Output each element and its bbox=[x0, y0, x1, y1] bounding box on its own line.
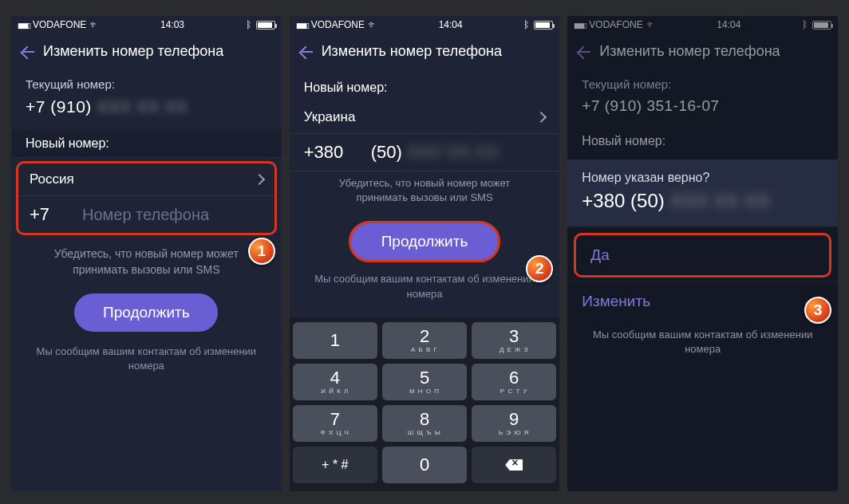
continue-button[interactable]: Продолжить bbox=[349, 221, 500, 262]
back-arrow-icon[interactable] bbox=[19, 44, 35, 60]
backspace-icon bbox=[505, 459, 523, 471]
hint-text: Убедитесь, что новый номер может принима… bbox=[11, 238, 282, 290]
country-name: Украина bbox=[304, 109, 356, 125]
carrier-label: VODAFONE bbox=[33, 19, 86, 30]
country-prefix: +380 bbox=[304, 142, 371, 163]
back-arrow-icon[interactable] bbox=[298, 44, 314, 60]
continue-button[interactable]: Продолжить bbox=[74, 293, 218, 332]
back-arrow-icon[interactable] bbox=[575, 44, 591, 60]
new-number-label: Новый номер: bbox=[11, 128, 282, 158]
country-selector[interactable]: Украина bbox=[290, 101, 560, 134]
confirm-yes-button[interactable]: Да bbox=[574, 233, 831, 278]
current-number-label: Текущий номер: bbox=[11, 73, 282, 96]
confirm-number: +380 (50) XXX XX XX bbox=[582, 190, 823, 212]
nav-header: Изменить номер телефона bbox=[567, 33, 838, 73]
nav-header: Изменить номер телефона bbox=[11, 33, 282, 73]
phone-entered: (50) XXX XX XX bbox=[371, 142, 499, 163]
confirm-question: Номер указан верно? bbox=[582, 171, 823, 185]
screen-2: VODAFONE ᯤ 14:04 Изменить номер телефона… bbox=[290, 16, 560, 491]
country-prefix: +7 bbox=[30, 204, 82, 225]
key-0[interactable]: 0 bbox=[382, 447, 467, 483]
phone-placeholder: Номер телефона bbox=[82, 206, 209, 224]
time-label: 14:03 bbox=[160, 19, 184, 30]
step-badge-3: 3 bbox=[804, 297, 831, 324]
signal-icon bbox=[296, 19, 308, 30]
phone-input-row[interactable]: +380 (50) XXX XX XX bbox=[290, 134, 560, 171]
key-5[interactable]: 5М Н О П bbox=[382, 364, 467, 400]
hint-text: Убедитесь, что новый номер может принима… bbox=[290, 171, 560, 218]
country-selector[interactable]: Россия bbox=[18, 163, 274, 196]
key-8[interactable]: 8Ш Щ Ъ Ы bbox=[382, 405, 467, 442]
bluetooth-icon bbox=[523, 19, 529, 30]
screen-1: VODAFONE ᯤ 14:03 Изменить номер телефона… bbox=[11, 16, 282, 491]
screen-3: VODAFONE ᯤ 14:04 Изменить номер телефона… bbox=[567, 16, 838, 491]
key-4[interactable]: 4И Й К Л bbox=[293, 364, 377, 400]
chevron-right-icon bbox=[535, 112, 547, 123]
time-label: 14:04 bbox=[717, 19, 740, 30]
phone-input-row[interactable]: +7 Номер телефона bbox=[18, 196, 274, 233]
status-bar: VODAFONE ᯤ 14:04 bbox=[290, 16, 560, 33]
country-name: Россия bbox=[30, 171, 74, 187]
key-6[interactable]: 6Р С Т У bbox=[472, 364, 556, 400]
bluetooth-icon bbox=[246, 19, 251, 30]
bluetooth-icon bbox=[802, 19, 808, 30]
page-title: Изменить номер телефона bbox=[43, 43, 223, 60]
signal-icon bbox=[18, 19, 30, 30]
wifi-icon: ᯤ bbox=[646, 19, 656, 30]
page-title: Изменить номер телефона bbox=[599, 43, 780, 60]
step-badge-1: 1 bbox=[248, 238, 275, 265]
confirm-change-button[interactable]: Изменить bbox=[567, 281, 838, 321]
chevron-right-icon bbox=[254, 174, 265, 185]
key-symbols[interactable]: + * # bbox=[293, 447, 377, 483]
current-number-value: +7 (910) 351-16-07 bbox=[567, 96, 838, 126]
footnote-text: Мы сообщим вашим контактам об изменении … bbox=[11, 338, 282, 380]
wifi-icon: ᯤ bbox=[89, 19, 99, 30]
footnote-text: Мы сообщим вашим контактам об изменении … bbox=[290, 269, 560, 307]
page-title: Изменить номер телефона bbox=[322, 43, 502, 60]
key-7[interactable]: 7Ф Х Ц Ч bbox=[293, 405, 377, 442]
wifi-icon: ᯤ bbox=[368, 19, 377, 30]
carrier-label: VODAFONE bbox=[589, 19, 642, 30]
battery-icon bbox=[534, 21, 553, 30]
footnote-text: Мы сообщим вашим контактам об изменении … bbox=[567, 321, 838, 363]
current-number-label: Текущий номер: bbox=[567, 73, 838, 96]
status-bar: VODAFONE ᯤ 14:04 bbox=[567, 16, 838, 33]
numeric-keypad: 1 2А Б В Г 3Д Е Ж З 4И Й К Л 5М Н О П 6Р… bbox=[290, 317, 560, 491]
new-number-label: Новый номер: bbox=[290, 73, 560, 101]
key-backspace[interactable] bbox=[472, 447, 556, 483]
new-number-label: Новый номер: bbox=[567, 126, 838, 155]
signal-icon bbox=[574, 19, 586, 30]
time-label: 14:04 bbox=[439, 19, 463, 30]
carrier-label: VODAFONE bbox=[311, 19, 365, 30]
confirm-block: Номер указан верно? +380 (50) XXX XX XX bbox=[567, 159, 838, 226]
key-3[interactable]: 3Д Е Ж З bbox=[472, 322, 556, 359]
nav-header: Изменить номер телефона bbox=[290, 33, 560, 73]
key-9[interactable]: 9Ь Э Ю Я bbox=[472, 405, 556, 442]
battery-icon bbox=[812, 21, 831, 30]
current-number-value: +7 (910) XXX XX XX bbox=[11, 96, 282, 128]
key-2[interactable]: 2А Б В Г bbox=[382, 322, 467, 359]
battery-icon bbox=[256, 21, 275, 30]
highlight-box-1: Россия +7 Номер телефона bbox=[16, 161, 277, 235]
key-1[interactable]: 1 bbox=[293, 322, 377, 359]
status-bar: VODAFONE ᯤ 14:03 bbox=[11, 16, 282, 33]
